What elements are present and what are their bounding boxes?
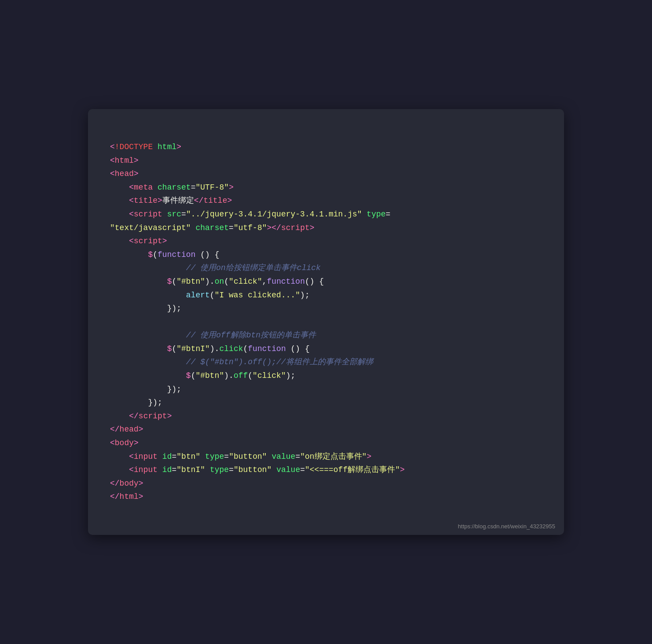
code-window: <!DOCTYPE html> <html> <head> <meta char…: [88, 109, 564, 534]
watermark: https://blog.csdn.net/weixin_43232955: [458, 523, 555, 530]
code-display: <!DOCTYPE html> <html> <head> <meta char…: [110, 127, 542, 517]
